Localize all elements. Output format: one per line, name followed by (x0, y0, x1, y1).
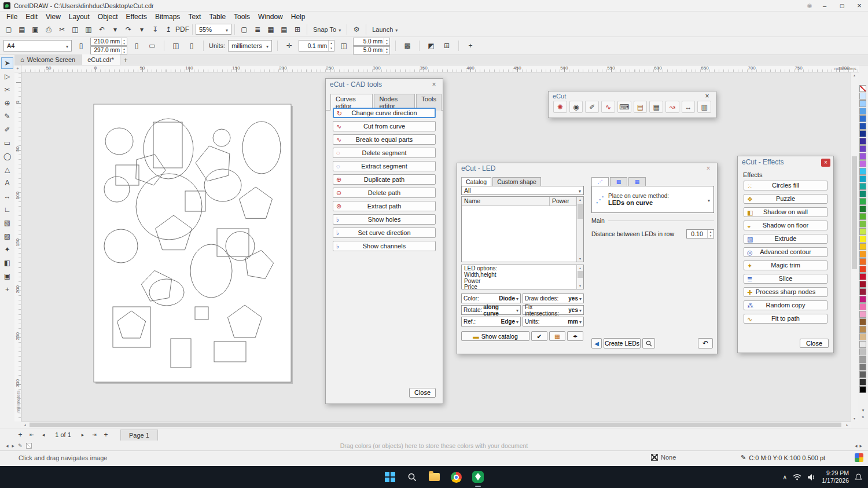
outline-position-button[interactable]: ◩ (425, 39, 437, 52)
scroll-up-arrow[interactable] (577, 197, 583, 203)
color-swatch[interactable] (859, 168, 866, 175)
scroll-down-arrow[interactable] (577, 256, 583, 262)
spinner-arrows[interactable] (328, 41, 334, 51)
volume-icon[interactable] (807, 474, 816, 481)
create-leds-button[interactable]: Create LEDs (604, 338, 641, 348)
page-width-field[interactable]: 210.0 mm (90, 38, 127, 46)
cad-tool-button[interactable]: ◌ Extract segment (333, 161, 436, 171)
minimize-button[interactable] (816, 0, 833, 12)
led-wizard-button[interactable]: ✺ (553, 101, 567, 113)
close-icon[interactable] (429, 80, 439, 89)
effect-button[interactable]: ✚ Process sharp nodes (744, 287, 827, 297)
effect-button[interactable]: ▧ Extrude (744, 234, 827, 244)
menu-item[interactable]: Help (287, 12, 310, 21)
menu-item[interactable]: Bitmaps (151, 12, 184, 21)
duplicate-x-field[interactable]: 5.0 mm (353, 38, 390, 46)
interactive-fill-tool[interactable]: ◧ (1, 257, 13, 269)
cad-tool-button[interactable]: ⊕ Duplicate path (333, 174, 436, 185)
notification-bell-icon[interactable] (855, 474, 862, 481)
add-page-button[interactable] (101, 430, 111, 439)
led-option-dropdown[interactable]: Fix intersections: yes (523, 305, 584, 315)
cad-tool-button[interactable]: ♭ Show channels (333, 241, 436, 251)
led-preview-button[interactable]: ▦ (549, 331, 565, 341)
close-button[interactable]: Close (800, 339, 829, 348)
next-page-button[interactable] (78, 430, 88, 439)
close-icon[interactable] (704, 164, 713, 173)
show-guidelines-button[interactable]: ▤ (278, 23, 290, 36)
first-page-button[interactable] (27, 430, 37, 439)
color-swatch[interactable] (859, 206, 866, 212)
tab-welcome-screen[interactable]: ⌂ Welcome Screen (14, 54, 82, 65)
tab-catalog[interactable]: Catalog (461, 177, 491, 186)
scroll-up-arrow[interactable] (577, 265, 583, 271)
show-grid-button[interactable]: ▦ (264, 23, 277, 36)
menu-item[interactable]: View (42, 12, 65, 21)
color-swatch[interactable] (859, 386, 866, 393)
tab-custom-shape[interactable]: Custom shape (492, 177, 541, 186)
preview-zoom-button[interactable] (642, 338, 655, 348)
tab-document[interactable]: eCut.cdr* (82, 54, 120, 65)
scale-with-object-button[interactable]: ⊞ (440, 39, 453, 52)
import-button[interactable]: ↧ (149, 23, 161, 36)
dialog-titlebar[interactable]: eCut - LED (457, 163, 717, 174)
spacing-button[interactable]: ▤ (634, 101, 648, 113)
place-method-dropdown[interactable]: ⋰ Place on curve method: LEDs on curve (591, 186, 714, 213)
page-height-field[interactable]: 297.0 mm (90, 46, 127, 54)
add-page-button[interactable] (15, 430, 25, 439)
scroll-down-arrow[interactable] (577, 283, 583, 289)
led-option-dropdown[interactable]: Rotate: along curve (461, 305, 521, 315)
wave-button[interactable]: ∿ (601, 101, 615, 113)
all-pages-settings-button[interactable]: ▯ (185, 39, 198, 52)
pick-tool[interactable]: ➤ (1, 57, 13, 69)
scrollbar-thumb[interactable] (30, 423, 841, 427)
chrome-button[interactable] (449, 470, 463, 484)
color-swatch[interactable] (859, 100, 866, 107)
undo-button[interactable]: ↶ (698, 338, 713, 348)
transparency-tool[interactable]: ▨ (1, 230, 13, 242)
scroll-up-arrow[interactable] (851, 72, 858, 78)
new-document-button[interactable]: ▢ (2, 23, 15, 36)
redo-button[interactable]: ↷ (122, 23, 135, 36)
keyboard-button[interactable]: ⌨ (617, 101, 631, 113)
wifi-icon[interactable] (793, 474, 801, 480)
color-swatch[interactable] (859, 183, 866, 190)
column-name[interactable]: Name (462, 197, 550, 206)
dialog-titlebar[interactable]: eCut - CAD tools (326, 79, 443, 90)
color-swatch[interactable] (859, 213, 866, 220)
menu-item[interactable]: Window (254, 12, 287, 21)
dialog-titlebar[interactable]: eCut (549, 91, 716, 100)
spinner-arrows[interactable] (121, 38, 127, 45)
maximize-button[interactable] (833, 0, 851, 12)
file-explorer-button[interactable] (427, 470, 441, 484)
effect-button[interactable]: ∿ Fit to path (744, 314, 827, 324)
vertical-ruler[interactable]: millimeters 050100150200250300 (14, 72, 21, 421)
scroll-left-arrow[interactable] (21, 422, 28, 428)
color-swatch[interactable] (859, 130, 866, 137)
scrollbar-thumb[interactable] (852, 156, 857, 269)
ruler-origin-button[interactable]: + (14, 65, 21, 72)
drop-shadow-tool[interactable]: ▧ (1, 217, 13, 229)
color-swatch[interactable] (859, 236, 866, 243)
view-layout-button[interactable]: ≣ (251, 23, 264, 36)
artistic-media-tool[interactable]: ✐ (1, 124, 13, 135)
new-tab-button[interactable]: + (120, 56, 131, 65)
cad-tool-button[interactable]: ∿ Break to equal parts (333, 134, 436, 145)
paste-button[interactable]: ▥ (82, 23, 95, 36)
color-swatch[interactable] (859, 251, 866, 258)
effect-button[interactable]: ◒ Shadow on floor (744, 221, 827, 230)
cad-tool-button[interactable]: ↻ Change curve direction (333, 108, 436, 118)
close-icon[interactable] (703, 92, 712, 100)
page-tab[interactable]: Page 1 (120, 430, 158, 441)
menu-item[interactable]: Layout (65, 12, 94, 21)
vertical-scrollbar[interactable] (851, 72, 858, 421)
horizontal-scrollbar[interactable] (21, 421, 851, 428)
cad-tool-button[interactable]: ♭ Set curve direction (333, 228, 436, 238)
coreldraw-taskbar-button[interactable] (471, 470, 485, 484)
color-swatch[interactable] (859, 333, 866, 340)
cad-tool-button[interactable]: ∿ Cut from curve (333, 121, 436, 131)
account-icon[interactable]: ◉ (803, 0, 816, 12)
led-option-dropdown[interactable]: Units: mm (523, 317, 584, 326)
cad-tool-button[interactable]: ♭ Show holes (333, 214, 436, 225)
columns-button[interactable]: ▥ (697, 101, 711, 113)
color-swatch[interactable] (859, 115, 866, 122)
